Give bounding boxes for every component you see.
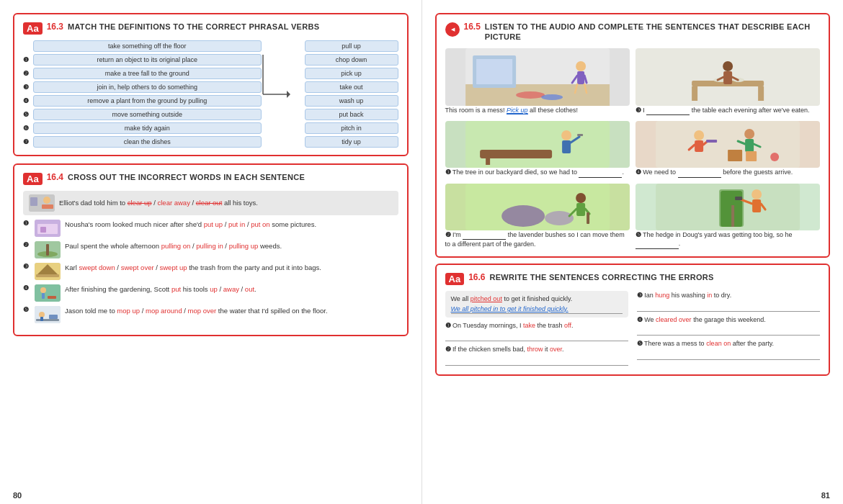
sentence-item-1: ❶ Nousha's room looked much nicer after …	[23, 220, 398, 237]
svg-rect-16	[35, 284, 61, 302]
sentence-highlight-0: Elliot's dad told him to clear up / clea…	[23, 191, 398, 215]
svg-rect-39	[692, 86, 697, 101]
matching-exercise: take something off the floor ❶ return an…	[23, 40, 398, 148]
match-num-5: ❺	[23, 111, 30, 118]
svg-point-51	[561, 130, 571, 140]
match-right-item-3: take out	[305, 81, 398, 93]
svg-rect-66	[746, 151, 757, 161]
sentence-text-1: Nousha's room looked much nicer after sh…	[65, 220, 398, 229]
blank-1	[579, 168, 622, 178]
rewrite-grid: We all pitched out to get it finished qu…	[445, 291, 821, 367]
svg-point-30	[541, 94, 563, 100]
svg-point-43	[723, 61, 733, 71]
match-box-2: make a tree fall to the ground	[33, 68, 262, 79]
match-num-6: ❻	[23, 125, 30, 132]
match-item-3: ❸ join in, help others to do something	[23, 81, 262, 93]
match-box-1: return an object to its original place	[33, 54, 262, 66]
sentence-num-1: ❶	[23, 220, 30, 227]
section-16-3: Aa 16.3 MATCH THE DEFINITIONS TO THE COR…	[13, 13, 409, 156]
rewrite-item-2: ❷ If the chicken smells bad, throw it ov…	[445, 345, 628, 366]
picture-caption-1: ❶ The tree in our backyard died, so we h…	[445, 168, 630, 178]
rewrite-example-answer: We all pitched in to get it finished qui…	[451, 305, 623, 314]
picture-caption-3: ❸ I the table each evening after we've e…	[635, 106, 820, 116]
word-1-2: put in	[228, 220, 245, 228]
svg-rect-40	[758, 86, 764, 101]
match-item-0: take something off the floor	[23, 40, 262, 52]
svg-rect-28	[476, 59, 512, 84]
match-item-6: ❻ make tidy again	[23, 122, 262, 134]
page-number-left: 80	[13, 491, 22, 500]
section-16-5-header: 16.5 LISTEN TO THE AUDIO AND COMPLETE TH…	[445, 22, 821, 42]
svg-point-71	[576, 193, 586, 203]
svg-point-67	[770, 153, 779, 161]
sentence-icon-4	[35, 284, 61, 302]
svg-rect-48	[480, 150, 552, 158]
word-4-3: out	[245, 285, 254, 293]
match-arrow-svg	[262, 48, 290, 163]
aa-badge-16-6: Aa	[445, 273, 465, 285]
svg-rect-23	[40, 317, 43, 321]
svg-rect-24	[49, 315, 58, 319]
rewrite-col-right: ❸ Ian hung his washing in to dry. ❹ We c…	[637, 291, 820, 367]
picture-box-4	[635, 121, 820, 168]
picture-box-1	[445, 121, 630, 168]
sentence-item-5: ❺ Jason told me to mop up / mop around /…	[23, 306, 398, 323]
svg-point-56	[694, 130, 704, 140]
blank-4	[678, 168, 721, 178]
illustration-main	[445, 48, 630, 106]
page-right: 16.5 LISTEN TO THE AUDIO AND COMPLETE TH…	[422, 0, 844, 504]
match-box-3: join in, help others to do something	[33, 81, 262, 93]
sentence-icon-5	[35, 306, 61, 323]
word-3-1: swept down	[79, 264, 115, 271]
pic-num-4: ❹	[635, 168, 641, 176]
word-4-2: away	[223, 285, 239, 293]
illustration-3	[635, 48, 820, 106]
svg-rect-12	[46, 244, 49, 256]
picture-caption-2: ❷ I'm the lavender bushes so I can move …	[445, 230, 630, 249]
svg-rect-6	[42, 204, 53, 209]
sentence-icon-0	[29, 194, 55, 212]
error-1b: off	[564, 322, 571, 329]
rewrite-item-3: ❸ Ian hung his washing in to dry.	[637, 291, 820, 312]
struck-word-0-1: clear up	[128, 199, 152, 207]
blank-3	[646, 106, 690, 116]
svg-point-69	[501, 205, 545, 227]
audio-icon-16-5	[445, 22, 460, 37]
svg-point-31	[576, 61, 586, 71]
word-2-1: pulling on	[161, 242, 191, 250]
svg-rect-50	[486, 153, 490, 165]
sentence-item-4: ❹ After finishing the gardening, Scott p…	[23, 284, 398, 302]
word-5-3: mop over	[188, 307, 217, 315]
section-title-16-4: CROSS OUT THE INCORRECT WORDS IN EACH SE…	[68, 172, 305, 182]
section-number-16-4: 16.4	[47, 172, 63, 182]
match-right-item-0: pull up	[305, 40, 398, 52]
match-num-4: ❹	[23, 97, 30, 104]
match-num-3: ❸	[23, 84, 30, 91]
sentence-text-0: Elliot's dad told him to clear up / clea…	[59, 198, 393, 207]
item-num-5: ❺	[637, 340, 643, 347]
illustration-4	[635, 121, 820, 168]
match-right-item-2: pick up	[305, 68, 398, 79]
match-right-box-2: pick up	[305, 68, 398, 79]
sentence-text-2: Paul spent the whole afternoon pulling o…	[65, 241, 398, 251]
word-4-1: up	[210, 285, 218, 293]
rewrite-text-2: ❷ If the chicken smells bad, throw it ov…	[445, 345, 628, 354]
rewrite-example-text: We all pitched out to get it finished qu…	[451, 294, 623, 304]
picture-caption-4: ❹ We need to before the guests arrive.	[635, 168, 820, 178]
picture-caption-5: ❺ The hedge in Doug's yard was getting t…	[635, 230, 820, 249]
svg-rect-75	[586, 212, 589, 224]
section-number-16-6: 16.6	[468, 272, 485, 282]
word-3-3: swept up	[160, 264, 187, 271]
svg-point-5	[43, 197, 50, 204]
match-right-item-1: chop down	[305, 54, 398, 66]
match-right-box-1: chop down	[305, 54, 398, 66]
answer-line-3	[637, 302, 820, 312]
word-1-3: put on	[251, 220, 269, 228]
blank-2	[463, 230, 506, 240]
picture-item-3: ❸ I the table each evening after we've e…	[635, 48, 820, 116]
illustration-5	[635, 184, 820, 230]
svg-rect-55	[656, 121, 800, 168]
sentence-num-2: ❷	[23, 241, 30, 248]
match-num-2: ❷	[23, 70, 30, 77]
item-num-1: ❶	[445, 322, 451, 329]
